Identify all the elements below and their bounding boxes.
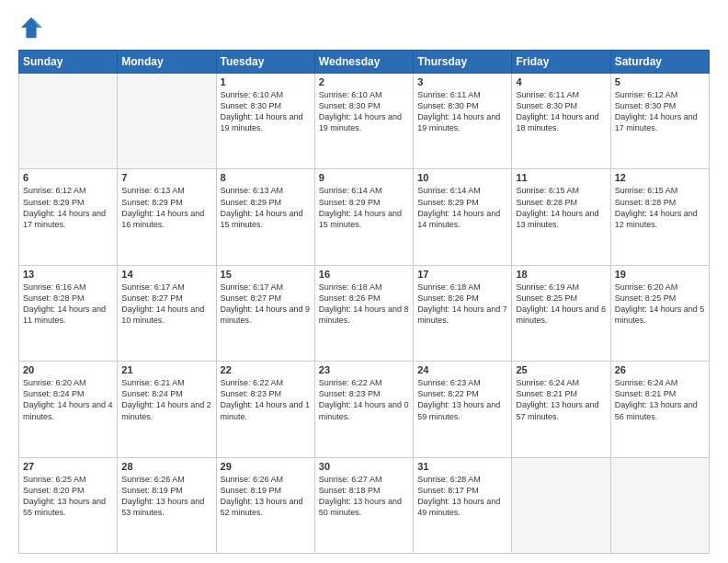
day-number: 15	[221, 269, 311, 280]
cell-info: Sunrise: 6:20 AMSunset: 8:24 PMDaylight:…	[23, 378, 113, 420]
day-header-tuesday: Tuesday	[216, 51, 314, 74]
cell-info: Sunrise: 6:18 AMSunset: 8:26 PMDaylight:…	[417, 282, 507, 325]
calendar-cell: 3Sunrise: 6:11 AMSunset: 8:30 PMDaylight…	[414, 74, 512, 169]
cell-info: Sunrise: 6:23 AMSunset: 8:22 PMDaylight:…	[417, 378, 500, 420]
calendar-cell: 22Sunrise: 6:22 AMSunset: 8:23 PMDayligh…	[216, 362, 314, 457]
calendar-cell: 29Sunrise: 6:26 AMSunset: 8:19 PMDayligh…	[216, 457, 314, 553]
calendar-cell: 28Sunrise: 6:26 AMSunset: 8:19 PMDayligh…	[118, 457, 216, 553]
day-header-monday: Monday	[118, 51, 216, 74]
day-number: 17	[417, 269, 507, 280]
cell-info: Sunrise: 6:24 AMSunset: 8:21 PMDaylight:…	[615, 378, 698, 420]
calendar-cell: 25Sunrise: 6:24 AMSunset: 8:21 PMDayligh…	[512, 362, 610, 457]
day-number: 2	[319, 76, 409, 87]
week-row-3: 20Sunrise: 6:20 AMSunset: 8:24 PMDayligh…	[19, 362, 710, 457]
cell-info: Sunrise: 6:19 AMSunset: 8:25 PMDaylight:…	[516, 282, 606, 325]
calendar-cell: 26Sunrise: 6:24 AMSunset: 8:21 PMDayligh…	[610, 362, 709, 457]
day-header-wednesday: Wednesday	[314, 51, 413, 74]
day-number: 3	[417, 76, 507, 87]
calendar-cell: 4Sunrise: 6:11 AMSunset: 8:30 PMDaylight…	[512, 74, 610, 169]
cell-info: Sunrise: 6:13 AMSunset: 8:29 PMDaylight:…	[121, 186, 204, 228]
cell-info: Sunrise: 6:22 AMSunset: 8:23 PMDaylight:…	[319, 378, 409, 420]
logo	[18, 15, 48, 40]
cell-info: Sunrise: 6:17 AMSunset: 8:27 PMDaylight:…	[221, 282, 311, 325]
day-number: 28	[121, 461, 211, 472]
calendar-cell: 10Sunrise: 6:14 AMSunset: 8:29 PMDayligh…	[414, 169, 512, 265]
week-row-0: 1Sunrise: 6:10 AMSunset: 8:30 PMDaylight…	[19, 74, 710, 169]
day-number: 16	[319, 269, 409, 280]
day-number: 5	[615, 76, 705, 87]
day-number: 8	[221, 172, 311, 183]
cell-info: Sunrise: 6:11 AMSunset: 8:30 PMDaylight:…	[516, 90, 598, 132]
day-number: 27	[23, 461, 113, 472]
day-number: 26	[615, 364, 705, 375]
calendar-cell: 24Sunrise: 6:23 AMSunset: 8:22 PMDayligh…	[414, 362, 512, 457]
cell-info: Sunrise: 6:27 AMSunset: 8:18 PMDaylight:…	[319, 475, 402, 517]
cell-info: Sunrise: 6:12 AMSunset: 8:30 PMDaylight:…	[615, 90, 698, 132]
day-number: 23	[319, 364, 409, 375]
calendar-cell: 17Sunrise: 6:18 AMSunset: 8:26 PMDayligh…	[414, 265, 512, 361]
cell-info: Sunrise: 6:17 AMSunset: 8:27 PMDaylight:…	[121, 282, 204, 325]
calendar-cell: 27Sunrise: 6:25 AMSunset: 8:20 PMDayligh…	[19, 457, 118, 553]
day-header-friday: Friday	[512, 51, 610, 74]
calendar-cell: 9Sunrise: 6:14 AMSunset: 8:29 PMDaylight…	[314, 169, 413, 265]
day-number: 31	[417, 461, 507, 472]
day-number: 1	[221, 76, 311, 87]
calendar-cell: 21Sunrise: 6:21 AMSunset: 8:24 PMDayligh…	[118, 362, 216, 457]
cell-info: Sunrise: 6:16 AMSunset: 8:28 PMDaylight:…	[23, 282, 106, 325]
day-header-sunday: Sunday	[19, 51, 118, 74]
day-number: 21	[121, 364, 211, 375]
cell-info: Sunrise: 6:26 AMSunset: 8:19 PMDaylight:…	[221, 475, 303, 517]
day-number: 13	[23, 269, 113, 280]
calendar-cell: 18Sunrise: 6:19 AMSunset: 8:25 PMDayligh…	[512, 265, 610, 361]
cell-info: Sunrise: 6:14 AMSunset: 8:29 PMDaylight:…	[417, 186, 500, 228]
cell-info: Sunrise: 6:15 AMSunset: 8:28 PMDaylight:…	[516, 186, 598, 228]
day-number: 10	[417, 172, 507, 183]
day-number: 7	[121, 172, 211, 183]
calendar-cell: 14Sunrise: 6:17 AMSunset: 8:27 PMDayligh…	[118, 265, 216, 361]
day-number: 25	[516, 364, 606, 375]
calendar-cell	[512, 457, 610, 553]
cell-info: Sunrise: 6:10 AMSunset: 8:30 PMDaylight:…	[319, 90, 402, 132]
cell-info: Sunrise: 6:18 AMSunset: 8:26 PMDaylight:…	[319, 282, 409, 325]
calendar-cell: 12Sunrise: 6:15 AMSunset: 8:28 PMDayligh…	[610, 169, 709, 265]
day-number: 9	[319, 172, 409, 183]
week-row-1: 6Sunrise: 6:12 AMSunset: 8:29 PMDaylight…	[19, 169, 710, 265]
calendar-cell	[19, 74, 118, 169]
calendar-cell: 19Sunrise: 6:20 AMSunset: 8:25 PMDayligh…	[610, 265, 709, 361]
days-header-row: SundayMondayTuesdayWednesdayThursdayFrid…	[19, 51, 710, 74]
calendar-cell: 23Sunrise: 6:22 AMSunset: 8:23 PMDayligh…	[314, 362, 413, 457]
day-header-thursday: Thursday	[414, 51, 512, 74]
cell-info: Sunrise: 6:13 AMSunset: 8:29 PMDaylight:…	[221, 186, 303, 228]
day-number: 29	[221, 461, 311, 472]
calendar-cell: 1Sunrise: 6:10 AMSunset: 8:30 PMDaylight…	[216, 74, 314, 169]
week-row-4: 27Sunrise: 6:25 AMSunset: 8:20 PMDayligh…	[19, 457, 710, 553]
day-number: 24	[417, 364, 507, 375]
cell-info: Sunrise: 6:25 AMSunset: 8:20 PMDaylight:…	[23, 475, 106, 517]
calendar-cell	[610, 457, 709, 553]
calendar-cell: 2Sunrise: 6:10 AMSunset: 8:30 PMDaylight…	[314, 74, 413, 169]
header	[18, 15, 710, 40]
calendar-table: SundayMondayTuesdayWednesdayThursdayFrid…	[18, 50, 710, 554]
page: SundayMondayTuesdayWednesdayThursdayFrid…	[0, 0, 728, 563]
day-number: 30	[319, 461, 409, 472]
day-number: 18	[516, 269, 606, 280]
cell-info: Sunrise: 6:12 AMSunset: 8:29 PMDaylight:…	[23, 186, 106, 228]
cell-info: Sunrise: 6:21 AMSunset: 8:24 PMDaylight:…	[121, 378, 211, 420]
calendar-cell	[118, 74, 216, 169]
cell-info: Sunrise: 6:20 AMSunset: 8:25 PMDaylight:…	[615, 282, 705, 325]
day-number: 6	[23, 172, 113, 183]
week-row-2: 13Sunrise: 6:16 AMSunset: 8:28 PMDayligh…	[19, 265, 710, 361]
day-number: 22	[221, 364, 311, 375]
calendar-cell: 6Sunrise: 6:12 AMSunset: 8:29 PMDaylight…	[19, 169, 118, 265]
day-header-saturday: Saturday	[610, 51, 709, 74]
cell-info: Sunrise: 6:22 AMSunset: 8:23 PMDaylight:…	[221, 378, 311, 420]
cell-info: Sunrise: 6:11 AMSunset: 8:30 PMDaylight:…	[417, 90, 500, 132]
calendar-cell: 8Sunrise: 6:13 AMSunset: 8:29 PMDaylight…	[216, 169, 314, 265]
calendar-cell: 15Sunrise: 6:17 AMSunset: 8:27 PMDayligh…	[216, 265, 314, 361]
logo-icon	[18, 15, 44, 40]
calendar-cell: 31Sunrise: 6:28 AMSunset: 8:17 PMDayligh…	[414, 457, 512, 553]
cell-info: Sunrise: 6:28 AMSunset: 8:17 PMDaylight:…	[417, 475, 500, 517]
calendar-cell: 13Sunrise: 6:16 AMSunset: 8:28 PMDayligh…	[19, 265, 118, 361]
day-number: 19	[615, 269, 705, 280]
cell-info: Sunrise: 6:10 AMSunset: 8:30 PMDaylight:…	[221, 90, 303, 132]
